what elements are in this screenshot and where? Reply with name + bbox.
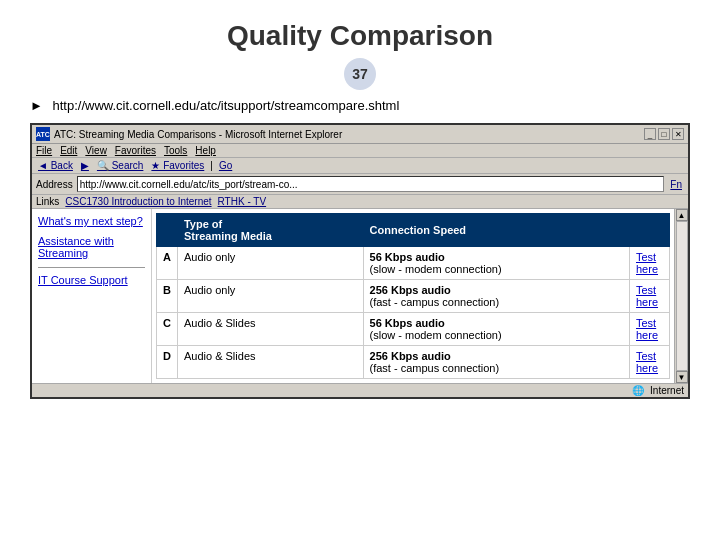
forward-button[interactable]: ▶ [79,160,91,171]
table-row: A Audio only 56 Kbps audio (slow - modem… [157,247,670,280]
row-test-d: Testhere [630,346,670,379]
browser-icon: ATC [36,127,50,141]
row-type-b: Audio only [177,280,363,313]
scroll-up-button[interactable]: ▲ [676,209,688,221]
table-row: C Audio & Slides 56 Kbps audio (slow - m… [157,313,670,346]
row-speed-c: 56 Kbps audio (slow - modem connection) [363,313,629,346]
row-type-c: Audio & Slides [177,313,363,346]
speed-desc-d: (fast - campus connection) [370,362,500,374]
table-row: D Audio & Slides 256 Kbps audio (fast - … [157,346,670,379]
speed-desc-a: (slow - modem connection) [370,263,502,275]
row-test-c: Testhere [630,313,670,346]
slide-url: ► http://www.cit.cornell.edu/atc/itsuppo… [30,98,690,113]
browser-sidebar: What's my next step? Assistance with Str… [32,209,152,383]
address-bar-row: Address Fn [32,174,688,195]
minimize-button[interactable]: _ [644,128,656,140]
row-speed-b: 256 Kbps audio (fast - campus connection… [363,280,629,313]
speed-value-a: 56 Kbps audio [370,251,445,263]
row-test-b: Testhere [630,280,670,313]
row-speed-d: 256 Kbps audio (fast - campus connection… [363,346,629,379]
address-input[interactable] [77,176,665,192]
comparison-table: Type ofStreaming Media Connection Speed … [156,213,670,379]
row-type-a: Audio only [177,247,363,280]
browser-controls: _ □ ✕ [644,128,684,140]
scroll-track[interactable] [676,221,688,371]
address-label: Address [36,179,73,190]
sidebar-link-support[interactable]: IT Course Support [38,274,145,286]
favorites-button[interactable]: ★ Favorites [149,160,206,171]
search-button[interactable]: 🔍 Search [95,160,145,171]
url-text: http://www.cit.cornell.edu/atc/itsupport… [53,98,400,113]
menu-tools[interactable]: Tools [164,145,187,156]
sidebar-link-streaming[interactable]: Assistance with Streaming [38,235,145,259]
browser-title: ATC: Streaming Media Comparisons - Micro… [54,129,342,140]
browser-window: ATC ATC: Streaming Media Comparisons - M… [30,123,690,399]
speed-desc-c: (slow - modem connection) [370,329,502,341]
row-type-d: Audio & Slides [177,346,363,379]
test-link-b[interactable]: Testhere [636,284,658,308]
browser-titlebar: ATC ATC: Streaming Media Comparisons - M… [32,125,688,144]
slide-title: Quality Comparison [227,20,493,52]
close-button[interactable]: ✕ [672,128,684,140]
test-link-a[interactable]: Testhere [636,251,658,275]
links-bar: Links CSC1730 Introduction to Internet R… [32,195,688,209]
row-test-a: Testhere [630,247,670,280]
menu-help[interactable]: Help [195,145,216,156]
speed-desc-b: (fast - campus connection) [370,296,500,308]
test-link-c[interactable]: Testhere [636,317,658,341]
col-header-type: Type ofStreaming Media [177,214,363,247]
speed-value-b: 256 Kbps audio [370,284,451,296]
menu-favorites[interactable]: Favorites [115,145,156,156]
bullet-arrow: ► [30,98,43,113]
col-header-test [630,214,670,247]
browser-menubar: File Edit View Favorites Tools Help [32,144,688,158]
speed-value-c: 56 Kbps audio [370,317,445,329]
table-row: B Audio only 256 Kbps audio (fast - camp… [157,280,670,313]
row-label-d: D [157,346,178,379]
col-header-empty [157,214,178,247]
browser-main: Type ofStreaming Media Connection Speed … [152,209,674,383]
speed-value-d: 256 Kbps audio [370,350,451,362]
status-text: Internet [650,385,684,396]
row-label-a: A [157,247,178,280]
maximize-button[interactable]: □ [658,128,670,140]
scroll-down-button[interactable]: ▼ [676,371,688,383]
back-button[interactable]: ◄ Back [36,160,75,171]
sidebar-divider [38,267,145,268]
col-header-speed: Connection Speed [363,214,629,247]
browser-statusbar: 🌐 Internet [32,383,688,397]
slide-container: Quality Comparison 37 ► http://www.cit.c… [0,0,720,540]
nav-bar: ◄ Back ▶ 🔍 Search ★ Favorites | Go [32,158,688,174]
link-csc1730[interactable]: CSC1730 Introduction to Internet [65,196,211,207]
fn-button[interactable]: Fn [668,179,684,190]
links-label: Links [36,196,59,207]
browser-content-area: What's my next step? Assistance with Str… [32,209,688,383]
slide-number: 37 [344,58,376,90]
status-globe-icon: 🌐 [632,385,644,396]
go-button[interactable]: Go [217,160,234,171]
row-label-b: B [157,280,178,313]
scrollbar: ▲ ▼ [674,209,688,383]
sidebar-link-next-step[interactable]: What's my next step? [38,215,145,227]
row-speed-a: 56 Kbps audio (slow - modem connection) [363,247,629,280]
test-link-d[interactable]: Testhere [636,350,658,374]
link-rthk[interactable]: RTHK - TV [218,196,267,207]
menu-edit[interactable]: Edit [60,145,77,156]
toolbar-separator: | [210,160,213,171]
menu-file[interactable]: File [36,145,52,156]
row-label-c: C [157,313,178,346]
menu-view[interactable]: View [85,145,107,156]
